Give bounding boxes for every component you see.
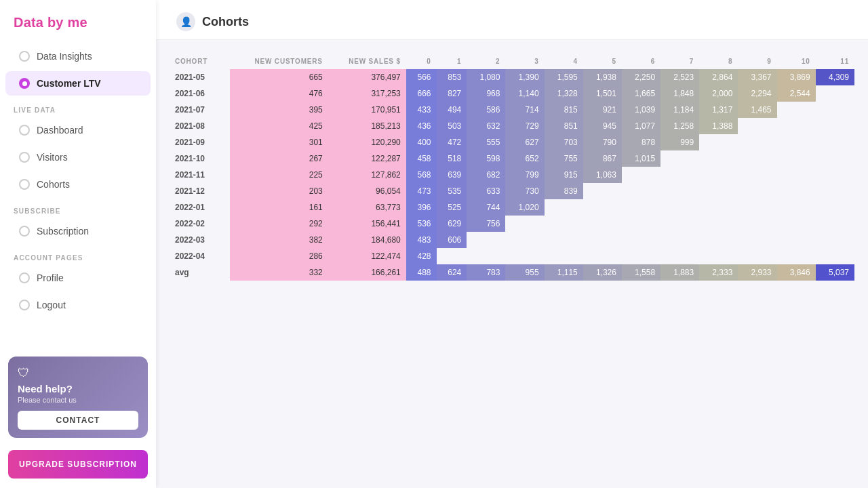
app-logo: Data by me (0, 0, 156, 43)
cell-v9 (738, 134, 776, 150)
sidebar-label-subscription: Subscription (37, 226, 89, 237)
sidebar-item-cohorts[interactable]: Cohorts (5, 172, 151, 197)
cell-v9 (738, 199, 776, 216)
cell-v10: 2,544 (777, 85, 816, 102)
cell-v0: 458 (406, 150, 437, 167)
help-box: 🛡 Need help? Please contact us CONTACT (8, 357, 148, 438)
cell-v7: 1,848 (660, 85, 699, 102)
cell-cohort: 2021-12 (170, 183, 230, 199)
cell-v6 (622, 167, 660, 183)
cell-v3: 714 (505, 102, 544, 118)
cell-v4: 703 (545, 134, 583, 150)
table-row: 2021-06476317,2536668279681,1401,3281,50… (170, 85, 854, 102)
col-header-8: 8 (699, 54, 738, 69)
sidebar-item-data-insights[interactable]: Data Insights (5, 44, 151, 68)
cell-v8: 2,000 (699, 85, 738, 102)
upgrade-button[interactable]: UPGRADE SUBSCRIPTION (8, 450, 148, 479)
cell-v3 (505, 248, 544, 264)
cell-v9 (738, 232, 776, 248)
cell-v7: 2,523 (660, 69, 699, 85)
col-header-new-sales: NEW SALES $ (328, 54, 406, 69)
cell-v2: 633 (467, 183, 505, 199)
contact-button[interactable]: CONTACT (18, 411, 138, 430)
cell-v0: 568 (406, 167, 437, 183)
cell-v8 (699, 248, 738, 264)
cell-v5 (583, 248, 622, 264)
cell-v0: 400 (406, 134, 437, 150)
cell-v0: 666 (406, 85, 437, 102)
cell-v6: 1,077 (622, 118, 660, 134)
page-title: Cohorts (202, 15, 249, 29)
cell-v2: 756 (467, 216, 505, 232)
col-header-5: 5 (583, 54, 622, 69)
cell-v3: 652 (505, 150, 544, 167)
sidebar-item-logout[interactable]: Logout (5, 293, 151, 317)
cell-v6: 1,558 (622, 264, 660, 281)
sidebar-item-dashboard[interactable]: Dashboard (5, 118, 151, 142)
table-row: 2022-03382184,680483606 (170, 232, 854, 248)
cell-v8: 2,333 (699, 264, 738, 281)
cell-cohort: 2021-08 (170, 118, 230, 134)
sidebar-item-subscription[interactable]: Subscription (5, 219, 151, 243)
nav-dot-profile (19, 272, 30, 283)
col-header-11: 11 (816, 54, 854, 69)
cell-customers: 382 (230, 232, 328, 248)
cell-v8 (699, 199, 738, 216)
cell-v1 (437, 248, 467, 264)
cell-v9: 2,933 (738, 264, 776, 281)
cell-v9: 2,294 (738, 85, 776, 102)
col-header-new-customers: NEW CUSTOMERS (230, 54, 328, 69)
cell-v11 (816, 85, 854, 102)
sidebar-label-cohorts: Cohorts (37, 179, 70, 190)
cell-v10 (777, 199, 816, 216)
cell-v9: 3,367 (738, 69, 776, 85)
cell-v0: 483 (406, 232, 437, 248)
cell-v3: 1,140 (505, 85, 544, 102)
cell-v7: 999 (660, 134, 699, 150)
help-subtitle: Please contact us (18, 396, 138, 404)
cell-v3: 730 (505, 183, 544, 199)
cell-v7: 1,258 (660, 118, 699, 134)
cell-v8: 1,317 (699, 102, 738, 118)
cell-v9 (738, 167, 776, 183)
cell-v3: 729 (505, 118, 544, 134)
cell-v10 (777, 248, 816, 264)
cell-sales: 122,474 (328, 248, 406, 264)
cell-customers: 203 (230, 183, 328, 199)
cell-v3: 799 (505, 167, 544, 183)
cell-customers: 292 (230, 216, 328, 232)
cell-v1: 518 (437, 150, 467, 167)
help-title: Need help? (18, 383, 138, 394)
cell-v7 (660, 248, 699, 264)
cell-customers: 395 (230, 102, 328, 118)
cell-v1: 503 (437, 118, 467, 134)
sidebar-item-profile[interactable]: Profile (5, 266, 151, 290)
cell-v5: 945 (583, 118, 622, 134)
cell-sales: 156,441 (328, 216, 406, 232)
cell-v11 (816, 118, 854, 134)
cell-v10 (777, 216, 816, 232)
cell-cohort: 2022-02 (170, 216, 230, 232)
cell-v5: 1,063 (583, 167, 622, 183)
cell-v4: 839 (545, 183, 583, 199)
cell-cohort: 2021-07 (170, 102, 230, 118)
nav-dot-logout (19, 300, 30, 310)
page-header: 👤 Cohorts (156, 0, 868, 40)
cell-customers: 286 (230, 248, 328, 264)
cell-v10: 3,869 (777, 69, 816, 85)
cell-cohort: 2021-06 (170, 85, 230, 102)
cell-v10 (777, 167, 816, 183)
cell-v7 (660, 199, 699, 216)
cell-v2: 682 (467, 167, 505, 183)
cell-v4 (545, 216, 583, 232)
nav-dot-subscription (19, 226, 30, 237)
sidebar-label-dashboard: Dashboard (37, 125, 83, 136)
sidebar-item-customer-ltv[interactable]: Customer LTV (5, 71, 151, 96)
help-icon: 🛡 (18, 366, 138, 380)
cell-v5 (583, 199, 622, 216)
cell-v9 (738, 118, 776, 134)
sidebar-item-visitors[interactable]: Visitors (5, 145, 151, 169)
cell-v8 (699, 232, 738, 248)
cell-v6: 1,015 (622, 150, 660, 167)
cell-sales: 96,054 (328, 183, 406, 199)
